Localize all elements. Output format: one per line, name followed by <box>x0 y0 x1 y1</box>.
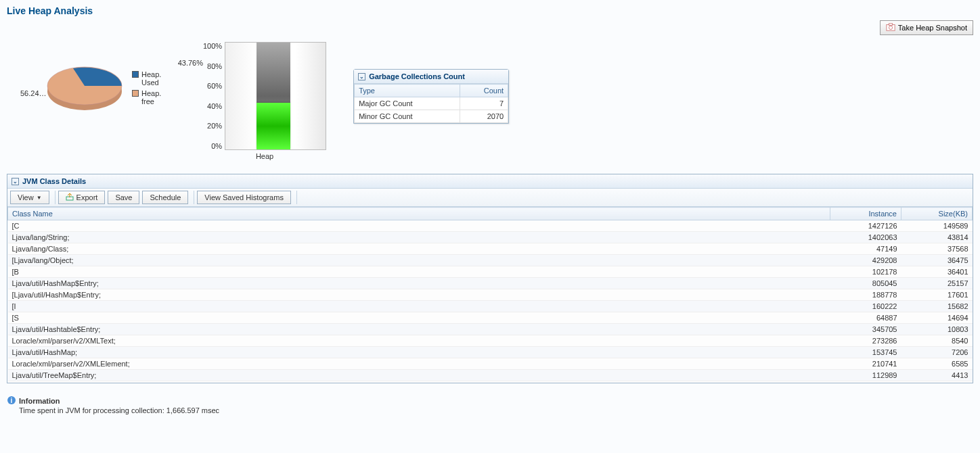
heap-pie-chart: 56.24… 43.76% Heap. Used Heap. free <box>41 42 176 137</box>
axis-tick: 60% <box>203 82 222 90</box>
table-row[interactable]: Ljava/util/LinkedHashMap$Entry;112395439… <box>8 381 973 383</box>
size-cell: 15682 <box>901 301 973 312</box>
table-row[interactable]: Ljava/util/TreeMap$Entry;1129894413 <box>8 370 973 381</box>
collapse-icon[interactable]: ⌄ <box>12 178 19 185</box>
class-name-cell: Ljava/util/TreeMap$Entry; <box>8 370 830 381</box>
pie-free-label: 56.24… <box>20 89 47 97</box>
pie-icon <box>41 59 129 120</box>
class-table-scroll[interactable]: Class Name Instance Size(KB) [C142712614… <box>7 207 973 383</box>
export-label: Export <box>76 193 98 201</box>
table-row[interactable]: Loracle/xml/parser/v2/XMLElement;2107416… <box>8 358 973 370</box>
size-cell: 4390 <box>901 381 973 383</box>
view-label: View <box>18 193 34 201</box>
instance-cell: 188778 <box>830 289 901 301</box>
size-cell: 25157 <box>901 278 973 289</box>
gc-type-cell: Minor GC Count <box>355 110 460 123</box>
view-saved-histograms-button[interactable]: View Saved Histograms <box>197 191 291 204</box>
col-class-name[interactable]: Class Name <box>8 208 830 220</box>
instance-cell: 102178 <box>830 266 901 278</box>
class-name-cell: Ljava/util/HashMap$Entry; <box>8 278 830 289</box>
instance-cell: 273286 <box>830 335 901 347</box>
size-cell: 37568 <box>901 243 973 255</box>
information-section: i Information Time spent in JVM for proc… <box>7 396 973 414</box>
size-cell: 6585 <box>901 358 973 370</box>
gc-type-cell: Major GC Count <box>355 97 460 110</box>
gc-count-cell: 2070 <box>460 110 508 123</box>
gc-col-count[interactable]: Count <box>460 85 508 97</box>
jvm-class-details-panel: ⌄ JVM Class Details View ▼ Export Save S… <box>7 174 973 383</box>
heap-bar-chart: 100%80%60%40%20%0% Heap <box>203 42 326 160</box>
gc-count-panel: ⌄ Garbage Collections Count Type Count M… <box>353 69 509 124</box>
legend-free-label: Heap. free <box>141 89 161 105</box>
size-cell: 14694 <box>901 312 973 324</box>
collapse-icon[interactable]: ⌄ <box>358 73 365 80</box>
gc-col-type[interactable]: Type <box>355 85 460 97</box>
size-cell: 17601 <box>901 289 973 301</box>
size-cell: 36475 <box>901 255 973 266</box>
legend-heap-free: Heap. free <box>132 89 161 105</box>
page-title: Live Heap Analysis <box>7 5 973 16</box>
size-cell: 43814 <box>901 232 973 243</box>
class-name-cell: Ljava/lang/String; <box>8 232 830 243</box>
table-row[interactable]: [Ljava/lang/Object;42920836475 <box>8 255 973 266</box>
gc-count-cell: 7 <box>460 97 508 110</box>
size-cell: 10803 <box>901 324 973 335</box>
instance-cell: 160222 <box>830 301 901 312</box>
axis-tick: 40% <box>203 102 222 110</box>
schedule-button[interactable]: Schedule <box>142 191 188 204</box>
instance-cell: 210741 <box>830 358 901 370</box>
size-cell: 4413 <box>901 370 973 381</box>
swatch-free <box>132 90 139 97</box>
class-name-cell: [Ljava/lang/Object; <box>8 255 830 266</box>
table-row[interactable]: [Ljava/util/HashMap$Entry;18877817601 <box>8 289 973 301</box>
size-cell: 36401 <box>901 266 973 278</box>
jvm-panel-title: JVM Class Details <box>22 177 86 185</box>
instance-cell: 112989 <box>830 370 901 381</box>
col-instance[interactable]: Instance <box>830 208 901 220</box>
class-name-cell: [Ljava/util/HashMap$Entry; <box>8 289 830 301</box>
size-cell: 7206 <box>901 347 973 358</box>
separator <box>296 191 297 204</box>
table-row[interactable]: Ljava/lang/String;140206343814 <box>8 232 973 243</box>
swatch-used <box>132 71 139 78</box>
save-button[interactable]: Save <box>108 191 139 204</box>
instance-cell: 429208 <box>830 255 901 266</box>
class-name-cell: Loracle/xml/parser/v2/XMLText; <box>8 335 830 347</box>
table-row[interactable]: [I16022215682 <box>8 301 973 312</box>
class-name-cell: Ljava/util/Hashtable$Entry; <box>8 324 830 335</box>
export-icon <box>66 193 74 202</box>
camera-icon <box>886 22 895 33</box>
table-row: Minor GC Count2070 <box>355 110 508 123</box>
table-row[interactable]: Loracle/xml/parser/v2/XMLText;2732868540 <box>8 335 973 347</box>
export-button[interactable]: Export <box>58 191 106 204</box>
class-name-cell: [S <box>8 312 830 324</box>
table-row[interactable]: [C1427126149589 <box>8 220 973 232</box>
take-heap-snapshot-button[interactable]: Take Heap Snapshot <box>880 20 973 35</box>
table-row[interactable]: Ljava/util/Hashtable$Entry;34570510803 <box>8 324 973 335</box>
class-name-cell: Ljava/lang/Class; <box>8 243 830 255</box>
instance-cell: 1402063 <box>830 232 901 243</box>
axis-tick: 80% <box>203 62 222 70</box>
class-name-cell: Ljava/util/HashMap; <box>8 347 830 358</box>
jvm-toolbar: View ▼ Export Save Schedule View Saved H… <box>7 189 973 207</box>
class-name-cell: Loracle/xml/parser/v2/XMLElement; <box>8 358 830 370</box>
table-row[interactable]: Ljava/util/HashMap$Entry;80504525157 <box>8 278 973 289</box>
bar-used <box>257 103 290 149</box>
instance-cell: 345705 <box>830 324 901 335</box>
separator <box>194 191 194 204</box>
svg-text:i: i <box>11 397 13 404</box>
gc-panel-title: Garbage Collections Count <box>369 72 465 80</box>
col-size[interactable]: Size(KB) <box>901 208 973 220</box>
table-row[interactable]: [B10217836401 <box>8 266 973 278</box>
class-name-cell: [C <box>8 220 830 232</box>
table-row[interactable]: Ljava/lang/Class;4714937568 <box>8 243 973 255</box>
table-row[interactable]: Ljava/util/HashMap;1537457206 <box>8 347 973 358</box>
table-row[interactable]: [S6488714694 <box>8 312 973 324</box>
table-row: Major GC Count7 <box>355 97 508 110</box>
axis-tick: 0% <box>203 142 222 150</box>
instance-cell: 1427126 <box>830 220 901 232</box>
instance-cell: 153745 <box>830 347 901 358</box>
instance-cell: 805045 <box>830 278 901 289</box>
size-cell: 149589 <box>901 220 973 232</box>
view-menu-button[interactable]: View ▼ <box>10 191 49 204</box>
